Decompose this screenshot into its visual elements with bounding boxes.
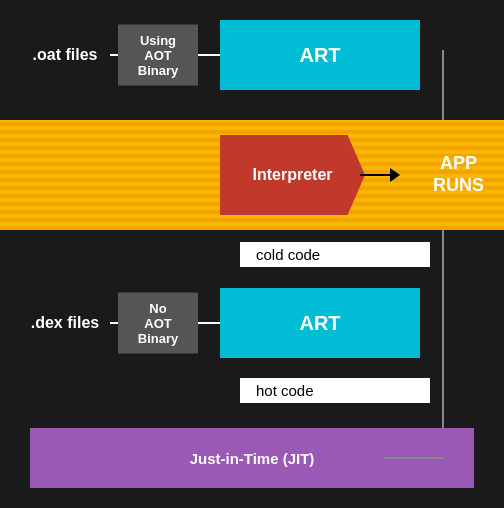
jit-section: Just-in-Time (JIT): [30, 418, 474, 488]
interpreter-box: Interpreter: [220, 135, 365, 215]
arrow-interpreter-to-runs: [360, 168, 407, 182]
cold-code-label: cold code: [240, 242, 430, 267]
aot-binary-box: UsingAOTBinary: [118, 25, 198, 86]
dex-files-label: .dex files: [10, 314, 120, 332]
dex-section: .dex files NoAOTBinary ART: [0, 278, 504, 368]
arrow-head: [390, 168, 407, 182]
app-runs-label: APPRUNS: [433, 153, 484, 196]
jit-right-line: [384, 457, 444, 459]
art-box-top: ART: [220, 20, 420, 90]
app-runs-text: APPRUNS: [433, 153, 484, 195]
no-aot-box: NoAOTBinary: [118, 293, 198, 354]
art-top-label: ART: [299, 44, 340, 67]
art-box-bottom: ART: [220, 288, 420, 358]
jit-box: Just-in-Time (JIT): [30, 428, 474, 488]
jit-label: Just-in-Time (JIT): [190, 450, 315, 467]
aot-binary-label: UsingAOTBinary: [138, 33, 178, 78]
interpreter-label: Interpreter: [252, 166, 332, 184]
art-bot-label: ART: [299, 312, 340, 335]
vertical-connector-line: [442, 50, 444, 440]
no-aot-label: NoAOTBinary: [138, 301, 178, 346]
hot-code-label: hot code: [240, 378, 430, 403]
oat-section: .oat files UsingAOTBinary ART: [0, 10, 504, 100]
interpreter-section: Interpreter APPRUNS: [0, 120, 504, 230]
oat-files-label: .oat files: [10, 46, 120, 64]
arrow-line: [360, 174, 390, 176]
diagram: .oat files UsingAOTBinary ART Interprete…: [0, 0, 504, 508]
